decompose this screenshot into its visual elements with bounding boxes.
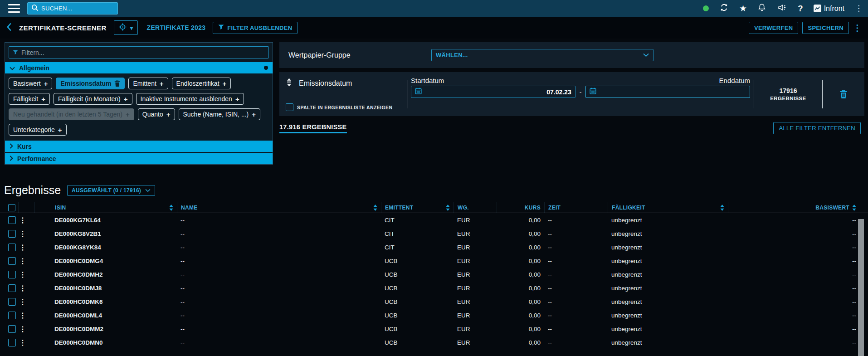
row-checkbox[interactable]	[8, 312, 16, 319]
enddatum-field[interactable]	[585, 86, 750, 98]
cell-zeit: --	[544, 230, 608, 237]
results-section: Ergebnisse AUSGEWÄHLT (0 / 17916) ISINNA…	[0, 184, 868, 349]
calendar-icon[interactable]	[590, 88, 596, 96]
back-icon[interactable]	[6, 23, 12, 33]
row-menu-icon[interactable]: ⋮	[19, 338, 26, 347]
show-column-checkbox[interactable]	[286, 103, 293, 111]
column-header-emittent[interactable]: EMITTENT	[381, 202, 454, 213]
enddatum-input[interactable]	[600, 88, 746, 96]
row-checkbox[interactable]	[8, 257, 16, 265]
filter-chip[interactable]: Emissionsdatum	[56, 78, 125, 89]
row-menu-icon[interactable]: ⋮	[19, 229, 26, 238]
column-header-wg[interactable]: WG.	[454, 202, 497, 213]
drag-handle-icon[interactable]	[286, 78, 293, 88]
clear-all-filters-button[interactable]: ALLE FILTER ENTFERNEN	[773, 122, 861, 134]
chip-label: Fälligkeit (in Monaten)	[58, 95, 121, 102]
row-menu-icon[interactable]: ⋮	[19, 243, 26, 252]
discard-button[interactable]: VERWERFEN	[749, 22, 799, 34]
row-menu-icon[interactable]: ⋮	[19, 311, 26, 320]
filter-chip[interactable]: Suche (Name, ISIN, ...)+	[179, 108, 260, 120]
global-search[interactable]	[27, 2, 118, 15]
filter-search-field[interactable]	[9, 46, 269, 59]
column-header-basiswert[interactable]: BASISWERT	[728, 202, 868, 213]
startdatum-input[interactable]	[425, 88, 571, 96]
save-label: SPEICHERN	[808, 24, 844, 31]
row-checkbox[interactable]	[8, 325, 16, 333]
filter-chip[interactable]: Unterkategorie+	[9, 124, 67, 136]
trash-icon[interactable]	[114, 80, 120, 87]
startdatum-field[interactable]	[411, 86, 575, 98]
row-checkbox[interactable]	[8, 230, 16, 238]
results-table-body: ⋮DE000KG7KL64--CITEUR0,00--unbegrenzt--⋮…	[0, 213, 868, 349]
column-header-faelligkeit[interactable]: FÄLLIGKEIT	[608, 202, 728, 213]
remove-filter-button[interactable]	[823, 72, 864, 116]
cell-kurs: 0,00	[497, 285, 544, 292]
sort-icon[interactable]	[373, 205, 377, 211]
crosshair-icon	[118, 23, 127, 33]
sort-icon[interactable]	[852, 205, 856, 211]
section-performance[interactable]: Performance	[5, 153, 273, 164]
refresh-icon[interactable]	[719, 3, 729, 14]
chevron-down-icon	[145, 189, 151, 192]
save-button[interactable]: SPEICHERN	[802, 22, 849, 34]
help-icon[interactable]: ?	[798, 4, 803, 13]
filter-funnel-icon	[13, 49, 18, 57]
row-menu-icon[interactable]: ⋮	[19, 270, 26, 279]
column-header-name[interactable]: NAME	[177, 202, 381, 213]
row-checkbox[interactable]	[8, 284, 16, 292]
announcements-megaphone-icon[interactable]	[777, 3, 787, 14]
chevron-down-icon	[643, 53, 649, 57]
filter-chip[interactable]: Endloszertifikat+	[172, 78, 231, 89]
select-all-checkbox[interactable]	[8, 204, 15, 211]
selected-rows-dropdown[interactable]: AUSGEWÄHLT (0 / 17916)	[67, 185, 155, 196]
row-menu-icon[interactable]: ⋮	[19, 257, 26, 265]
row-checkbox[interactable]	[8, 244, 16, 251]
favorites-star-icon[interactable]: ★	[739, 4, 747, 13]
hide-filters-label: FILTER AUSBLENDEN	[227, 24, 292, 31]
cell-isin: DE000HC0DMN0	[34, 339, 177, 346]
filter-chip[interactable]: Emittent+	[128, 78, 168, 89]
link-target-button[interactable]: ▾	[114, 20, 138, 35]
cell-basiswert: --	[728, 244, 868, 251]
screener-toolbar: ZERTIFIKATE-SCREENER ▾ ZERTIFIKATE 2023 …	[0, 17, 868, 39]
hide-filters-button[interactable]: FILTER AUSBLENDEN	[213, 22, 297, 34]
column-header-zeit[interactable]: ZEIT	[544, 202, 608, 213]
filter-search-input[interactable]	[21, 49, 265, 56]
filter-detail-column: Wertpapier-Gruppe WÄHLEN... Emissionsdat…	[279, 42, 864, 134]
results-count-link[interactable]: 17.916 ERGEBNISSE	[279, 123, 347, 133]
search-input[interactable]	[41, 5, 114, 12]
row-checkbox[interactable]	[8, 271, 16, 278]
calendar-icon[interactable]	[415, 88, 422, 96]
row-menu-icon[interactable]: ⋮	[19, 216, 26, 224]
topbar-overflow-menu-icon[interactable]: ⋮	[855, 5, 863, 12]
toolbar-overflow-menu-icon[interactable]: ⋮	[853, 23, 862, 33]
screen-name[interactable]: ZERTIFIKATE 2023	[147, 24, 206, 31]
section-allgemein[interactable]: Allgemein	[5, 62, 273, 73]
filter-chip[interactable]: Basiswert+	[9, 78, 52, 89]
vertical-scrollbar[interactable]	[858, 219, 864, 356]
row-checkbox[interactable]	[8, 298, 16, 306]
filter-chip[interactable]: Fälligkeit (in Monaten)+	[54, 93, 132, 105]
filter-chip[interactable]: Quanto+	[138, 108, 175, 120]
column-header-isin[interactable]: ISIN	[34, 202, 177, 213]
sort-icon[interactable]	[169, 205, 173, 211]
cell-emittent: UCB	[381, 271, 454, 278]
row-menu-icon[interactable]: ⋮	[19, 325, 26, 333]
row-checkbox[interactable]	[8, 216, 16, 224]
chip-label: Emittent	[133, 80, 156, 87]
sort-icon[interactable]	[446, 205, 450, 211]
wertpapier-gruppe-select[interactable]: WÄHLEN...	[431, 49, 653, 61]
filter-chip[interactable]: Fälligkeit+	[9, 93, 50, 105]
cell-kurs: 0,00	[497, 298, 544, 305]
column-header-kurs[interactable]: KURS	[497, 202, 544, 213]
section-kurs[interactable]: Kurs	[5, 141, 273, 152]
cell-faelligkeit: unbegrenzt	[608, 298, 728, 305]
menu-icon[interactable]	[8, 4, 20, 13]
sort-icon[interactable]	[720, 205, 724, 211]
row-checkbox[interactable]	[8, 339, 16, 346]
filter-chip[interactable]: Inaktive Instrumente ausblenden+	[136, 93, 244, 105]
date-range-separator: -	[580, 88, 582, 96]
notifications-bell-icon[interactable]	[757, 3, 766, 14]
row-menu-icon[interactable]: ⋮	[19, 297, 26, 306]
row-menu-icon[interactable]: ⋮	[19, 284, 26, 293]
